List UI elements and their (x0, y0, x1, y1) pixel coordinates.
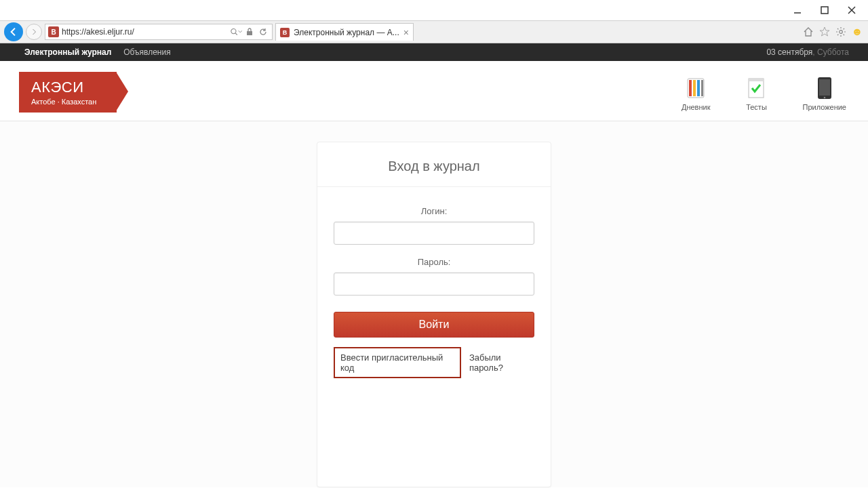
address-bar[interactable]: В https://akesi.eljur.ru/ (45, 24, 273, 40)
svg-line-5 (235, 33, 237, 35)
tab-close-icon[interactable]: × (403, 27, 409, 38)
invite-code-link[interactable]: Ввести пригласительный код (334, 347, 461, 378)
forgot-password-link[interactable]: Забыли пароль? (469, 352, 534, 373)
submit-button[interactable]: Войти (334, 312, 534, 338)
nav-announcements[interactable]: Объявления (123, 47, 170, 57)
app-icon (814, 77, 835, 99)
header-app[interactable]: Приложение (802, 77, 846, 111)
diary-label: Дневник (682, 103, 711, 111)
star-icon[interactable] (818, 25, 831, 39)
svg-rect-12 (701, 80, 703, 96)
tab-title: Электронный журнал — А... (294, 28, 399, 37)
url-text: https://akesi.eljur.ru/ (62, 27, 227, 37)
site-top-bar: Электронный журнал Объявления 03 сентябр… (0, 43, 868, 61)
password-label: Пароль: (334, 257, 534, 267)
divider (317, 186, 551, 187)
svg-rect-9 (689, 80, 692, 96)
header-diary[interactable]: Дневник (682, 77, 711, 111)
browser-tab[interactable]: В Электронный журнал — А... × (275, 23, 414, 41)
login-card: Вход в журнал Логин: Пароль: Войти Ввест… (317, 142, 551, 487)
nav-journal[interactable]: Электронный журнал (24, 47, 111, 57)
svg-rect-14 (749, 79, 764, 81)
login-input[interactable] (334, 222, 534, 245)
login-label: Логин: (334, 206, 534, 216)
svg-rect-1 (821, 7, 828, 14)
date-text: 03 сентября (766, 47, 812, 57)
diary-icon (685, 77, 707, 99)
forward-button[interactable] (26, 24, 42, 40)
header-icons: Дневник Тесты Приложение (682, 72, 846, 111)
svg-rect-16 (819, 79, 830, 96)
school-flag: АКЭСИ Актобе · Казахстан (19, 72, 117, 113)
feedback-icon[interactable]: ☻ (850, 25, 864, 39)
tests-icon (745, 77, 767, 99)
svg-point-7 (840, 30, 843, 34)
minimize-button[interactable] (784, 1, 811, 20)
tests-label: Тесты (746, 103, 767, 111)
url-actions (230, 26, 269, 38)
login-title: Вход в журнал (317, 159, 551, 174)
close-button[interactable] (838, 1, 865, 20)
back-button[interactable] (4, 22, 23, 41)
site-header: АКЭСИ Актобе · Казахстан Дневник Тесты П… (0, 61, 868, 121)
svg-point-4 (231, 29, 236, 34)
tab-favicon: В (280, 28, 290, 37)
refresh-icon[interactable] (257, 26, 269, 38)
school-subtitle: Актобе · Казахстан (31, 98, 96, 106)
lock-icon (243, 26, 256, 38)
svg-rect-6 (247, 31, 252, 35)
svg-rect-13 (749, 79, 764, 98)
svg-rect-11 (697, 80, 700, 96)
app-label: Приложение (802, 103, 846, 111)
password-input[interactable] (334, 272, 534, 296)
browser-toolbar: В https://akesi.eljur.ru/ В Электронный … (0, 20, 868, 43)
home-icon[interactable] (802, 25, 815, 39)
date-display: 03 сентября, Суббота (766, 47, 849, 57)
search-dropdown-icon[interactable] (230, 26, 242, 38)
header-tests[interactable]: Тесты (745, 77, 767, 111)
site-favicon: В (48, 26, 59, 37)
school-title: АКЭСИ (31, 79, 96, 96)
maximize-button[interactable] (811, 1, 838, 20)
svg-rect-10 (693, 80, 696, 96)
window-title-bar (0, 0, 868, 20)
page-body: Вход в журнал Логин: Пароль: Войти Ввест… (0, 121, 868, 487)
browser-right-icons: ☻ (802, 25, 864, 39)
svg-point-17 (823, 97, 825, 99)
day-text: , Суббота (812, 47, 849, 57)
gear-icon[interactable] (834, 25, 848, 39)
